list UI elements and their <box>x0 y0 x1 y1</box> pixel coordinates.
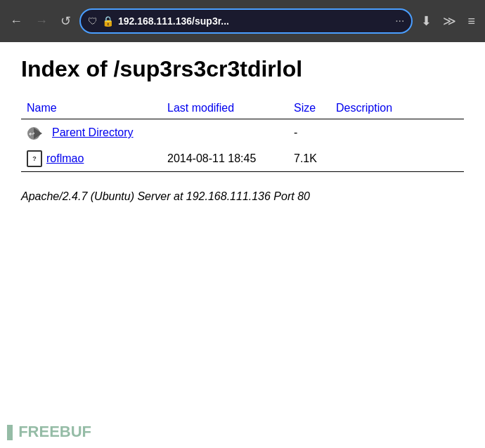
address-bar[interactable]: 🛡 🔒 192.168.111.136/sup3r... ··· <box>79 8 413 34</box>
file-description <box>330 119 464 147</box>
file-modified: 2014-08-11 18:45 <box>162 146 288 172</box>
reload-button[interactable]: ↺ <box>56 11 75 32</box>
ellipsis-button[interactable]: ··· <box>395 15 404 27</box>
forward-button[interactable]: → <box>31 11 52 32</box>
col-header-modified[interactable]: Last modified <box>162 99 288 119</box>
file-modified <box>162 119 288 147</box>
toolbar-right: ⬇ ≫ ≡ <box>417 11 479 32</box>
server-info: Apache/2.4.7 (Ubuntu) Server at 192.168.… <box>21 172 464 204</box>
file-description <box>330 146 464 172</box>
file-size: - <box>288 119 330 147</box>
col-header-size[interactable]: Size <box>288 99 330 119</box>
file-icon: ? <box>27 150 42 167</box>
file-name-cell: ?roflmao <box>21 146 162 172</box>
address-text: 192.168.111.136/sup3r... <box>118 15 391 27</box>
table-row: ?roflmao2014-08-11 18:457.1K <box>21 146 464 172</box>
browser-chrome: ← → ↺ 🛡 🔒 192.168.111.136/sup3r... ··· ⬇… <box>0 0 485 42</box>
download-button[interactable]: ⬇ <box>417 11 436 32</box>
table-row: ↩Parent Directory- <box>21 119 464 147</box>
back-button[interactable]: ← <box>6 11 27 32</box>
file-table: Name Last modified Size Description ↩Par… <box>21 99 464 203</box>
freebuf-icon <box>7 425 13 440</box>
shield-icon: 🛡 <box>88 15 98 27</box>
file-link[interactable]: roflmao <box>46 152 84 165</box>
freebuf-watermark: FREEBUF <box>7 423 91 441</box>
lock-icon: 🔒 <box>102 15 114 27</box>
file-size: 7.1K <box>288 146 330 172</box>
folder-icon: ↩ <box>27 124 48 142</box>
svg-text:↩: ↩ <box>29 130 34 138</box>
more-button[interactable]: ≫ <box>439 11 460 32</box>
col-header-name[interactable]: Name <box>21 99 162 119</box>
file-link[interactable]: Parent Directory <box>52 126 134 139</box>
file-name-cell: ↩Parent Directory <box>21 119 162 147</box>
freebuf-text: FREEBUF <box>18 423 91 440</box>
page-title: Index of /sup3rs3cr3tdirlol <box>21 56 464 82</box>
menu-button[interactable]: ≡ <box>463 11 479 32</box>
page-content: Index of /sup3rs3cr3tdirlol Name Last mo… <box>0 42 485 224</box>
col-header-description[interactable]: Description <box>330 99 464 119</box>
